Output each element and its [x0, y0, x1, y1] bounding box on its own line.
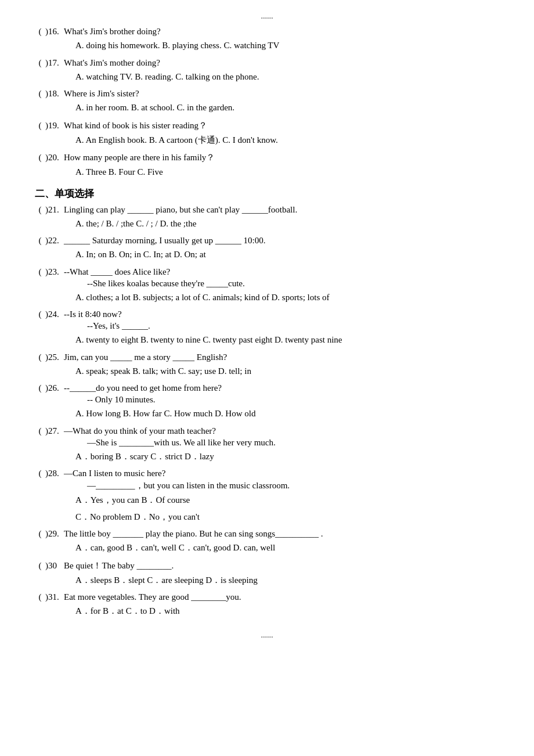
q20-num: )20.	[45, 153, 64, 163]
q18-options: A. in her room. B. at school. C. in the …	[75, 100, 499, 116]
q23-num: )23.	[45, 267, 64, 277]
q16-text: What's Jim's brother doing?	[64, 27, 499, 37]
q28-options2: C．No problem D．No，you can't	[75, 510, 499, 525]
q23-text: --What _____ does Alice like?	[64, 267, 499, 277]
q26-subline: -- Only 10 minutes.	[87, 395, 499, 405]
question-17: ( )17. What's Jim's mother doing? A. wat…	[35, 58, 499, 85]
question-23: ( )23. --What _____ does Alice like? --S…	[35, 267, 499, 305]
question-31: ( )31. Eat more vegetables. They are goo…	[35, 592, 499, 619]
q24-paren: (	[35, 309, 45, 319]
question-22: ( )22. ______ Saturday morning, I usuall…	[35, 236, 499, 262]
q20-paren: (	[35, 153, 45, 163]
section2-header: 二、单项选择	[35, 187, 499, 200]
q27-subline: —She is ________with us. We all like her…	[87, 438, 499, 448]
top-dots: ......	[35, 12, 499, 21]
question-29: ( )29. The little boy _______ play the p…	[35, 529, 499, 556]
q19-options: A. An English book. B. A cartoon (卡通). C…	[75, 133, 499, 148]
q25-text: Jim, can you _____ me a story _____ Engl…	[64, 352, 499, 362]
q19-text: What kind of book is his sister reading？	[64, 120, 499, 131]
q23-options: A. clothes; a lot B. subjects; a lot of …	[75, 290, 499, 305]
question-20: ( )20. How many people are there in his …	[35, 152, 499, 180]
q30-paren: (	[35, 561, 45, 571]
q18-paren: (	[35, 89, 45, 99]
q30-text: Be quiet！The baby ________.	[64, 560, 499, 571]
q24-options: A. twenty to eight B. twenty to nine C. …	[75, 333, 499, 348]
q16-num: )16.	[45, 27, 64, 37]
q17-num: )17.	[45, 58, 64, 68]
q26-paren: (	[35, 383, 45, 393]
q25-options: A. speak; speak B. talk; with C. say; us…	[75, 364, 499, 379]
q16-paren: (	[35, 27, 45, 37]
q29-text: The little boy _______ play the piano. B…	[64, 529, 499, 539]
question-16: ( )16. What's Jim's brother doing? A. do…	[35, 27, 499, 53]
q17-paren: (	[35, 58, 45, 68]
q31-paren: (	[35, 592, 45, 602]
question-27: ( )27. —What do you think of your math t…	[35, 426, 499, 465]
q21-num: )21.	[45, 205, 64, 215]
q17-options: A. watching TV. B. reading. C. talking o…	[75, 70, 499, 85]
q21-options: A. the; / B. / ;the C. / ; / D. the ;the	[75, 217, 499, 232]
q28-subline: —_________，but you can listen in the mus…	[87, 480, 499, 491]
q22-options: A. In; on B. On; in C. In; at D. On; at	[75, 247, 499, 262]
question-28: ( )28. —Can I listen to music here? —___…	[35, 469, 499, 524]
q22-num: )22.	[45, 236, 64, 246]
q31-text: Eat more vegetables. They are good _____…	[64, 592, 499, 602]
q18-num: )18.	[45, 89, 64, 99]
q20-options: A. Three B. Four C. Five	[75, 165, 499, 180]
question-30: ( )30 Be quiet！The baby ________. A．slee…	[35, 560, 499, 588]
q30-num: )30	[45, 561, 64, 571]
q28-text: —Can I listen to music here?	[64, 469, 499, 478]
q22-paren: (	[35, 236, 45, 246]
q17-text: What's Jim's mother doing?	[64, 58, 499, 68]
q22-text: ______ Saturday morning, I usually get u…	[64, 236, 499, 246]
q21-text: Lingling can play ______ piano, but she …	[64, 205, 499, 215]
q19-num: )19.	[45, 121, 64, 131]
q29-options: A．can, good B．can't, well C．can't, good …	[75, 541, 499, 556]
q26-options: A. How long B. How far C. How much D. Ho…	[75, 406, 499, 422]
q28-num: )28.	[45, 469, 64, 478]
q24-num: )24.	[45, 309, 64, 319]
q25-num: )25.	[45, 352, 64, 362]
q29-paren: (	[35, 529, 45, 539]
q27-paren: (	[35, 426, 45, 436]
q19-paren: (	[35, 121, 45, 131]
q27-num: )27.	[45, 426, 64, 436]
question-26: ( )26. --______do you need to get home f…	[35, 383, 499, 422]
question-25: ( )25. Jim, can you _____ me a story ___…	[35, 352, 499, 379]
q18-text: Where is Jim's sister?	[64, 89, 499, 99]
q26-num: )26.	[45, 383, 64, 393]
q23-paren: (	[35, 267, 45, 277]
bottom-dots: ......	[35, 631, 499, 640]
q28-paren: (	[35, 469, 45, 478]
q28-options1: A．Yes，you can B．Of course	[75, 493, 499, 508]
q20-text: How many people are there in his family？	[64, 152, 499, 163]
q16-options: A. doing his homework. B. playing chess.…	[75, 38, 499, 53]
q26-text: --______do you need to get home from her…	[64, 383, 499, 393]
q27-text: —What do you think of your math teacher?	[64, 426, 499, 436]
q24-subline: --Yes, it's ______.	[87, 321, 499, 331]
question-19: ( )19. What kind of book is his sister r…	[35, 120, 499, 148]
q27-options: A．boring B．scary C．strict D．lazy	[75, 449, 499, 465]
q30-options: A．sleeps B．slept C．are sleeping D．is sle…	[75, 573, 499, 588]
question-21: ( )21. Lingling can play ______ piano, b…	[35, 205, 499, 232]
q23-subline: --She likes koalas because they're _____…	[87, 279, 499, 289]
q31-num: )31.	[45, 592, 64, 602]
question-24: ( )24. --Is it 8:40 now? --Yes, it's ___…	[35, 309, 499, 348]
question-18: ( )18. Where is Jim's sister? A. in her …	[35, 89, 499, 116]
q29-num: )29.	[45, 529, 64, 539]
q25-paren: (	[35, 352, 45, 362]
q21-paren: (	[35, 205, 45, 215]
q24-text: --Is it 8:40 now?	[64, 309, 499, 319]
q31-options: A．for B．at C．to D．with	[75, 604, 499, 619]
